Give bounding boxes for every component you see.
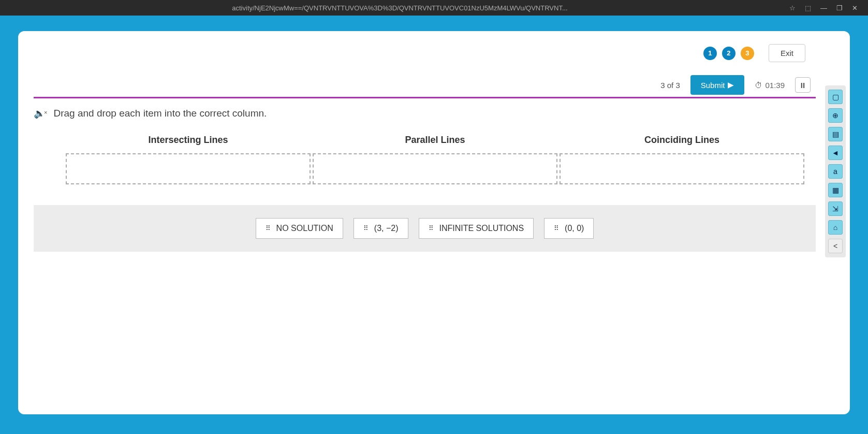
chip-point-3-neg2[interactable]: ⠿ (3, −2) [354, 218, 408, 239]
window-close-icon[interactable]: ✕ [852, 4, 858, 12]
window-restore-icon[interactable]: ❐ [836, 4, 843, 12]
main-column: 1 2 3 Exit 3 of 3 Submit ▶ ⏱ 01:39 II 🔈×… [18, 44, 821, 414]
app-frame: 1 2 3 Exit 3 of 3 Submit ▶ ⏱ 01:39 II 🔈×… [18, 31, 850, 414]
tool-grid-icon[interactable]: ▦ [828, 183, 843, 197]
drag-handle-icon: ⠿ [554, 227, 560, 230]
exit-button[interactable]: Exit [769, 44, 805, 62]
tool-home-icon[interactable]: ⌂ [828, 220, 843, 235]
step-dot-3[interactable]: 3 [741, 47, 754, 60]
pause-button[interactable]: II [795, 77, 811, 93]
browser-controls: ☆ ⬚ — ❐ ✕ [789, 4, 858, 12]
timer: ⏱ 01:39 [755, 81, 785, 90]
speaker-muted-icon[interactable]: 🔈× [34, 108, 48, 119]
chip-infinite-solutions[interactable]: ⠿ INFINITE SOLUTIONS [419, 218, 534, 239]
instruction-row: 🔈× Drag and drop each item into the corr… [34, 108, 816, 119]
columns-area: Intersecting Lines Parallel Lines Coinci… [34, 135, 816, 184]
chips-bar: ⠿ NO SOLUTION ⠿ (3, −2) ⠿ INFINITE SOLUT… [34, 205, 816, 252]
drop-zone-coinciding[interactable] [560, 153, 804, 184]
tool-flag-icon[interactable]: ◄ [828, 146, 843, 160]
play-icon: ▶ [728, 80, 734, 90]
column-coinciding: Coinciding Lines [558, 135, 805, 184]
chip-label: (3, −2) [374, 224, 399, 233]
tool-add-icon[interactable]: ⊕ [828, 108, 843, 123]
timer-value: 01:39 [765, 81, 785, 90]
clock-icon: ⏱ [755, 81, 762, 90]
chip-label: NO SOLUTION [276, 224, 333, 233]
progress-label: 3 of 3 [660, 81, 680, 90]
drag-handle-icon: ⠿ [363, 227, 369, 230]
header-row: 1 2 3 Exit [34, 44, 816, 62]
star-icon[interactable]: ☆ [789, 4, 796, 12]
submit-button[interactable]: Submit ▶ [690, 75, 745, 95]
chip-label: INFINITE SOLUTIONS [439, 224, 524, 233]
column-parallel: Parallel Lines [312, 135, 558, 184]
drop-zone-intersecting[interactable] [66, 153, 311, 184]
chip-point-0-0[interactable]: ⠿ (0, 0) [544, 218, 594, 239]
progress-line [34, 97, 816, 98]
extension-icon[interactable]: ⬚ [805, 4, 811, 12]
window-min-icon[interactable]: — [820, 4, 827, 12]
tool-collapse-icon[interactable]: < [828, 239, 843, 253]
column-header: Coinciding Lines [558, 135, 805, 146]
mute-x-icon: × [44, 109, 47, 115]
instruction-text: Drag and drop each item into the correct… [53, 108, 267, 119]
chip-label: (0, 0) [565, 224, 584, 233]
speaker-icon: 🔈 [34, 108, 45, 119]
tool-export-icon[interactable]: ⇲ [828, 201, 843, 216]
tool-text-icon[interactable]: a [828, 164, 843, 179]
column-header: Parallel Lines [312, 135, 558, 146]
browser-bar: activity/NjE2NjcwMw==/QVNTRVNTTUVOVA%3D%… [0, 0, 868, 16]
drop-zone-parallel[interactable] [313, 153, 557, 184]
url-text: activity/NjE2NjcwMw==/QVNTRVNTTUVOVA%3D%… [10, 4, 789, 12]
drag-handle-icon: ⠿ [429, 227, 434, 230]
chip-no-solution[interactable]: ⠿ NO SOLUTION [256, 218, 343, 239]
drag-handle-icon: ⠿ [266, 227, 271, 230]
side-toolbar: ▢ ⊕ ▤ ◄ a ▦ ⇲ ⌂ < [825, 85, 846, 257]
column-header: Intersecting Lines [65, 135, 312, 146]
step-dot-1[interactable]: 1 [703, 47, 717, 60]
status-row: 3 of 3 Submit ▶ ⏱ 01:39 II [34, 75, 816, 95]
tool-list-icon[interactable]: ▤ [828, 127, 843, 141]
column-intersecting: Intersecting Lines [65, 135, 312, 184]
tool-note-icon[interactable]: ▢ [828, 90, 843, 104]
submit-label: Submit [701, 81, 725, 90]
step-dot-2[interactable]: 2 [722, 47, 735, 60]
